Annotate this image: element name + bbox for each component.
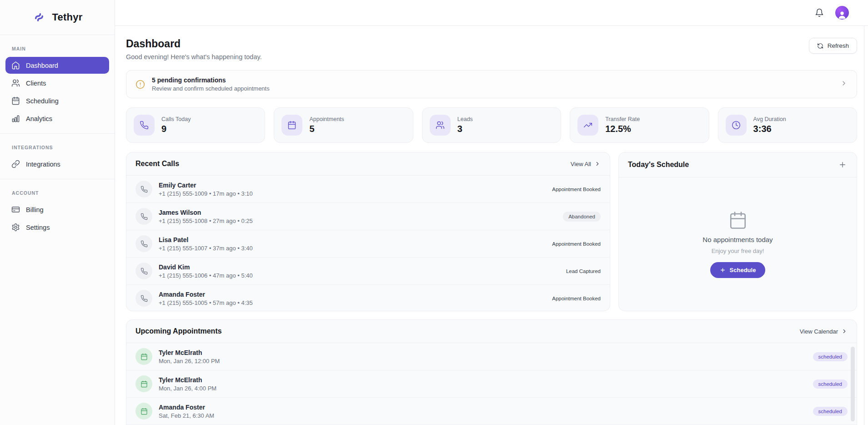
plus-icon xyxy=(838,161,847,169)
credit-card-icon xyxy=(11,205,20,214)
recent-call-row[interactable]: James Wilson +1 (215) 555-1008 • 27m ago… xyxy=(126,203,610,230)
trending-up-icon xyxy=(577,115,598,136)
recent-calls-card: Recent Calls View All Emily Carter +1 (2… xyxy=(126,152,610,311)
brand-logo: Tethyr xyxy=(0,0,115,35)
appointment-name: Tyler McElrath xyxy=(159,376,216,384)
sidebar-item-label: Billing xyxy=(26,206,44,213)
recent-call-row[interactable]: Lisa Patel +1 (215) 555-1007 • 37m ago •… xyxy=(126,230,610,258)
add-appointment-button[interactable] xyxy=(838,160,848,170)
appointment-row[interactable]: Tyler McElrath Mon, Jan 26, 12:00 PM sch… xyxy=(126,343,857,370)
upcoming-appointments-title: Upcoming Appointments xyxy=(135,327,222,335)
page-scrollbar[interactable] xyxy=(864,26,868,425)
appointment-name: Tyler McElrath xyxy=(159,349,220,356)
sidebar-item-scheduling[interactable]: Scheduling xyxy=(5,92,109,109)
appointment-datetime: Mon, Jan 26, 12:00 PM xyxy=(159,358,220,364)
view-all-link[interactable]: View All xyxy=(571,161,601,167)
sidebar-item-analytics[interactable]: Analytics xyxy=(5,110,109,127)
upcoming-appointments-card: Upcoming Appointments View Calendar Tyle… xyxy=(126,319,857,425)
call-meta: +1 (215) 555-1005 • 57m ago • 4:35 xyxy=(159,299,253,306)
appointment-row[interactable]: Amanda Foster Sat, Feb 21, 6:30 AM sched… xyxy=(126,398,857,425)
sidebar-item-label: Dashboard xyxy=(26,62,58,69)
list-scrollbar-thumb[interactable] xyxy=(851,347,855,421)
appointment-name: Amanda Foster xyxy=(159,404,214,411)
home-icon xyxy=(11,61,20,70)
stat-value: 3 xyxy=(457,124,473,134)
page-subtitle: Good evening! Here's what's happening to… xyxy=(126,53,262,61)
status-badge: scheduled xyxy=(813,352,848,361)
schedule-button[interactable]: Schedule xyxy=(710,262,766,278)
page-header: Dashboard Good evening! Here's what's ha… xyxy=(126,38,857,61)
user-avatar[interactable] xyxy=(835,6,849,20)
sidebar-item-settings[interactable]: Settings xyxy=(5,219,109,236)
recent-calls-title: Recent Calls xyxy=(135,160,179,168)
sidebar: Tethyr MAIN Dashboard Clients Scheduling… xyxy=(0,0,115,425)
users-icon xyxy=(11,79,20,87)
phone-icon xyxy=(135,290,152,307)
pending-confirmations-banner[interactable]: 5 pending confirmations Review and confi… xyxy=(126,70,857,98)
status-badge: scheduled xyxy=(813,407,848,416)
chevron-right-icon xyxy=(594,161,601,167)
brand-name: Tethyr xyxy=(52,11,83,23)
stat-card-appointments: Appointments 5 xyxy=(274,107,413,143)
call-status: Appointment Booked xyxy=(552,241,601,247)
refresh-icon xyxy=(817,43,823,49)
caller-name: David Kim xyxy=(159,263,253,271)
refresh-label: Refresh xyxy=(828,42,849,49)
call-meta: +1 (215) 555-1008 • 27m ago • 0:25 xyxy=(159,218,253,224)
notifications-button[interactable] xyxy=(813,7,825,19)
calendar-icon xyxy=(135,348,152,365)
view-calendar-link[interactable]: View Calendar xyxy=(800,328,848,335)
phone-icon xyxy=(135,181,152,197)
stat-card-transfer-rate: Transfer Rate 12.5% xyxy=(570,107,709,143)
refresh-button[interactable]: Refresh xyxy=(809,38,857,54)
sidebar-section-integrations: INTEGRATIONS Integrations xyxy=(0,133,115,172)
sidebar-item-dashboard[interactable]: Dashboard xyxy=(5,57,109,74)
sidebar-section-account: ACCOUNT Billing Settings xyxy=(0,179,115,236)
todays-schedule-title: Today's Schedule xyxy=(628,161,689,169)
users-icon xyxy=(430,115,451,136)
appointment-row[interactable]: Tyler McElrath Mon, Jan 26, 4:00 PM sche… xyxy=(126,370,857,398)
caller-name: James Wilson xyxy=(159,209,253,216)
call-status-badge: Abandoned xyxy=(563,212,601,222)
stat-label: Avg Duration xyxy=(753,116,786,122)
stat-card-avg-duration: Avg Duration 3:36 xyxy=(718,107,857,143)
sidebar-item-billing[interactable]: Billing xyxy=(5,201,109,218)
stat-label: Calls Today xyxy=(161,116,191,122)
stat-card-calls-today: Calls Today 9 xyxy=(126,107,265,143)
stat-value: 9 xyxy=(161,124,191,134)
recent-call-row[interactable]: Emily Carter +1 (215) 555-1009 • 17m ago… xyxy=(126,176,610,203)
stat-value: 5 xyxy=(309,124,344,134)
sidebar-item-label: Settings xyxy=(26,224,50,231)
top-bar xyxy=(115,0,868,26)
call-status: Lead Captured xyxy=(566,268,601,274)
caller-name: Lisa Patel xyxy=(159,236,253,243)
stat-card-leads: Leads 3 xyxy=(422,107,561,143)
banner-subtitle: Review and confirm scheduled appointment… xyxy=(152,85,270,92)
recent-call-row[interactable]: Amanda Foster +1 (215) 555-1005 • 57m ag… xyxy=(126,285,610,311)
gear-icon xyxy=(11,223,20,232)
sidebar-item-label: Scheduling xyxy=(26,97,59,105)
sidebar-item-integrations[interactable]: Integrations xyxy=(5,156,109,172)
alert-circle-icon xyxy=(135,80,145,89)
main-content: Dashboard Good evening! Here's what's ha… xyxy=(115,26,868,425)
section-label-main: MAIN xyxy=(0,41,115,56)
clock-icon xyxy=(726,115,747,136)
calendar-icon xyxy=(135,375,152,392)
empty-state-subtitle: Enjoy your free day! xyxy=(712,248,764,254)
recent-call-row[interactable]: David Kim +1 (215) 555-1006 • 47m ago • … xyxy=(126,258,610,285)
appointment-datetime: Mon, Jan 26, 4:00 PM xyxy=(159,385,216,392)
sidebar-item-label: Clients xyxy=(26,80,46,87)
stat-value: 12.5% xyxy=(605,124,640,134)
tethyr-waves-icon xyxy=(32,10,46,24)
bar-chart-icon xyxy=(11,114,20,123)
phone-icon xyxy=(135,208,152,225)
sidebar-item-clients[interactable]: Clients xyxy=(5,75,109,91)
sidebar-item-label: Integrations xyxy=(26,161,60,168)
bell-icon xyxy=(815,8,824,17)
chevron-right-icon xyxy=(840,80,848,89)
caller-name: Amanda Foster xyxy=(159,291,253,298)
call-meta: +1 (215) 555-1009 • 17m ago • 3:10 xyxy=(159,190,253,197)
empty-state-title: No appointments today xyxy=(702,236,773,243)
stat-label: Leads xyxy=(457,116,473,122)
stat-label: Transfer Rate xyxy=(605,116,640,122)
